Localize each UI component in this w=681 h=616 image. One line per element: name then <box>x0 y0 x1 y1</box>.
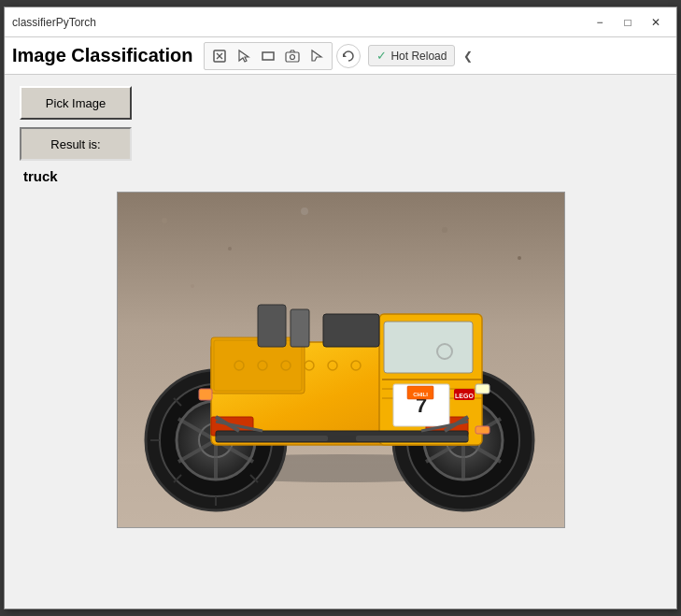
result-label: Result is: <box>50 137 100 151</box>
app-title: Image Classification <box>12 45 192 66</box>
svg-rect-5 <box>286 52 299 62</box>
svg-rect-34 <box>384 322 473 373</box>
main-content: Pick Image Result is: truck <box>5 75 676 609</box>
pick-image-button[interactable]: Pick Image <box>20 86 132 120</box>
camera-icon-btn[interactable] <box>281 45 304 67</box>
svg-point-13 <box>442 227 447 233</box>
svg-point-6 <box>291 54 295 59</box>
svg-rect-41 <box>291 309 309 347</box>
svg-rect-4 <box>262 52 274 60</box>
svg-rect-57 <box>475 426 489 434</box>
svg-point-15 <box>191 284 194 288</box>
pointer-icon-btn[interactable] <box>305 45 328 67</box>
hot-reload-button[interactable]: ✓ Hot Reload <box>368 45 455 66</box>
window-controls: − □ ✕ <box>587 12 669 33</box>
svg-rect-51 <box>356 436 468 441</box>
classification-result: truck <box>20 168 661 184</box>
app-window: classifierPyTorch − □ ✕ Image Classifica… <box>4 7 677 609</box>
svg-point-12 <box>301 208 308 215</box>
select-icon-btn[interactable] <box>233 45 255 67</box>
truck-svg: 7 LEGO <box>118 193 565 528</box>
minimize-button[interactable]: − <box>587 12 613 33</box>
svg-marker-7 <box>312 50 321 61</box>
result-box: Result is: <box>20 127 132 161</box>
svg-point-10 <box>162 218 167 223</box>
svg-rect-40 <box>258 305 286 347</box>
toolbar-collapse-button[interactable]: ❮ <box>459 47 477 65</box>
svg-point-11 <box>228 247 232 251</box>
hot-reload-label: Hot Reload <box>390 50 447 63</box>
svg-rect-58 <box>199 389 212 400</box>
hot-reload-check-icon: ✓ <box>376 49 387 63</box>
svg-text:LEGO: LEGO <box>455 393 474 399</box>
image-container: 7 LEGO <box>20 192 661 597</box>
maximize-button[interactable]: □ <box>615 12 641 33</box>
title-bar: classifierPyTorch − □ ✕ <box>5 7 676 37</box>
window-title: classifierPyTorch <box>12 16 96 29</box>
cursor-icon-btn[interactable] <box>208 45 231 67</box>
refresh-icon-btn[interactable] <box>336 44 361 68</box>
svg-point-14 <box>518 256 521 260</box>
svg-rect-42 <box>323 314 379 347</box>
close-button[interactable]: ✕ <box>643 12 669 33</box>
svg-rect-56 <box>475 384 489 394</box>
rectangle-icon-btn[interactable] <box>257 45 279 67</box>
truck-image: 7 LEGO <box>117 192 565 528</box>
toolbar: Image Classification <box>5 37 676 75</box>
svg-text:CHILI: CHILI <box>413 392 428 397</box>
toolbar-icon-group <box>204 42 333 70</box>
svg-marker-3 <box>239 50 248 62</box>
svg-rect-50 <box>216 436 328 441</box>
